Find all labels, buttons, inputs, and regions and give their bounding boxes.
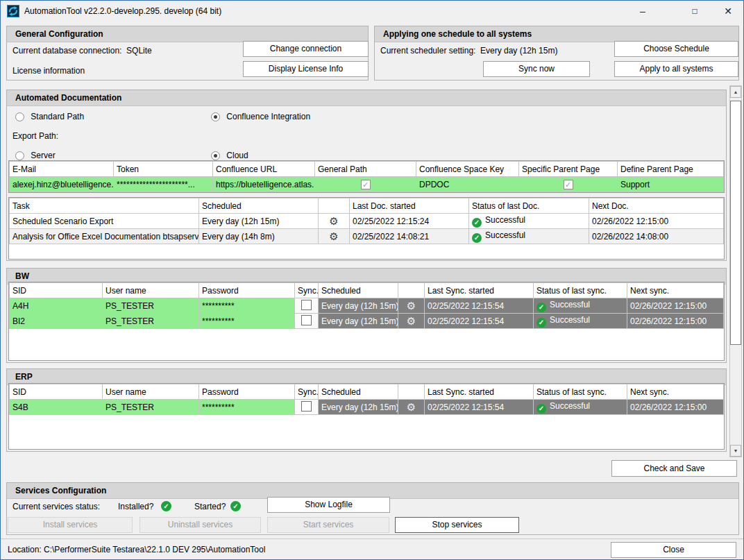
sync-checkbox[interactable] [301,315,312,325]
next-doc-cell[interactable]: 02/26/2022 14:08:00 [589,229,724,244]
scheduled-cell[interactable]: Every day (12h 15m) [319,400,398,415]
col-token[interactable]: Token [114,162,213,177]
sync-cell[interactable] [295,298,319,314]
gear-icon[interactable]: ⚙ [329,230,338,243]
show-logfile-button[interactable]: Show Logfile [267,497,390,513]
gear-icon[interactable]: ⚙ [407,300,416,312]
specific-parent-cell[interactable]: ✓ [519,177,618,192]
col-status-last-doc[interactable]: Status of last Doc. [469,198,589,214]
schedule-gear-cell[interactable]: ⚙ [319,229,350,244]
start-services-button[interactable]: Start services [267,517,389,533]
schedule-gear-cell[interactable]: ⚙ [398,298,425,314]
col-status-last-sync[interactable]: Status of last sync. [534,283,627,298]
sync-cell[interactable] [295,314,319,329]
last-sync-started-cell[interactable]: 02/25/2022 12:15:54 [425,400,534,415]
radio-confluence-integration-icon[interactable] [211,112,220,121]
col-sid[interactable]: SID [10,384,103,400]
col-general-path[interactable]: General Path [315,162,416,177]
status-cell[interactable]: ✓Successful [534,298,627,314]
token-cell[interactable]: **********************... [114,177,213,192]
sync-cell[interactable] [295,400,319,415]
radio-server-icon[interactable] [15,151,24,160]
password-cell[interactable]: ********** [199,314,295,329]
apply-to-all-button[interactable]: Apply to all systems [614,61,738,77]
status-cell[interactable]: ✓Successful [469,229,589,244]
password-cell[interactable]: ********** [199,298,295,314]
next-doc-cell[interactable]: 02/26/2022 12:15:00 [589,214,724,229]
col-space-key[interactable]: Confluence Space Key [416,162,519,177]
radio-standard-path-icon[interactable] [15,112,24,121]
gear-icon[interactable]: ⚙ [407,401,416,414]
bw-row[interactable]: A4H PS_TESTER ********** Every day (12h … [10,298,724,314]
specific-parent-checkbox[interactable]: ✓ [564,180,573,189]
sid-cell[interactable]: BI2 [10,314,103,329]
col-scheduled[interactable]: Scheduled [319,283,398,298]
radio-cloud[interactable]: Cloud [211,151,248,160]
install-services-button[interactable]: Install services [8,517,133,533]
doc-task-row[interactable]: Analysis for Office Excel Documentation … [10,229,724,244]
schedule-gear-cell[interactable]: ⚙ [319,214,350,229]
password-cell[interactable]: ********** [199,400,295,415]
scheduled-cell[interactable]: Every day (12h 15m) [199,214,319,229]
sid-cell[interactable]: S4B [10,400,103,415]
scrollbar-thumb[interactable] [730,101,741,345]
status-cell[interactable]: ✓Successful [469,214,589,229]
last-doc-started-cell[interactable]: 02/25/2022 12:15:24 [350,214,469,229]
radio-server[interactable]: Server [15,151,56,160]
task-cell[interactable]: Analysis for Office Excel Documentation … [10,229,199,244]
col-email[interactable]: E-Mail [10,162,114,177]
status-cell[interactable]: ✓Successful [534,314,627,329]
email-cell[interactable]: alexej.hinz@bluetelligence... [10,177,114,192]
col-sync[interactable]: Sync. [295,283,319,298]
col-scheduled[interactable]: Scheduled [199,198,319,214]
col-next-doc[interactable]: Next Doc. [589,198,724,214]
scheduled-cell[interactable]: Every day (12h 15m) [319,298,398,314]
stop-services-button[interactable]: Stop services [395,517,519,533]
radio-confluence-integration[interactable]: Confluence Integration [211,112,310,121]
choose-schedule-button[interactable]: Choose Schedule [614,41,738,57]
general-path-checkbox[interactable]: ✓ [361,180,371,189]
col-status-last-sync[interactable]: Status of last sync. [534,384,627,400]
next-sync-cell[interactable]: 02/26/2022 12:15:00 [627,314,724,329]
check-and-save-button[interactable]: Check and Save [611,460,737,477]
radio-cloud-icon[interactable] [211,151,220,160]
sid-cell[interactable]: A4H [10,298,103,314]
erp-row[interactable]: S4B PS_TESTER ********** Every day (12h … [10,400,724,415]
status-cell[interactable]: ✓Successful [534,400,627,415]
schedule-gear-cell[interactable]: ⚙ [398,314,425,329]
user-cell[interactable]: PS_TESTER [103,298,199,314]
sync-now-button[interactable]: Sync now [483,61,590,77]
gear-icon[interactable]: ⚙ [407,315,416,328]
maximize-icon[interactable]: □ [679,1,711,22]
scheduled-cell[interactable]: Every day (12h 15m) [319,314,398,329]
col-next-sync[interactable]: Next sync. [627,384,724,400]
user-cell[interactable]: PS_TESTER [103,400,199,415]
col-password[interactable]: Password [199,283,295,298]
sync-checkbox[interactable] [301,401,312,411]
last-sync-started-cell[interactable]: 02/25/2022 12:15:54 [425,314,534,329]
radio-standard-path[interactable]: Standard Path [15,112,84,121]
bw-row[interactable]: BI2 PS_TESTER ********** Every day (12h … [10,314,724,329]
minimize-icon[interactable]: – [627,1,659,22]
confluence-data-row[interactable]: alexej.hinz@bluetelligence... **********… [10,177,724,192]
col-confluence-url[interactable]: Confluence URL [213,162,315,177]
close-button[interactable]: Close [611,542,736,558]
close-icon[interactable]: ✕ [712,1,744,22]
task-cell[interactable]: Scheduled Scenario Export [10,214,199,229]
col-user-name[interactable]: User name [103,283,199,298]
col-task[interactable]: Task [10,198,199,214]
define-parent-cell[interactable]: Support [618,177,724,192]
last-sync-started-cell[interactable]: 02/25/2022 12:15:54 [425,298,534,314]
scroll-down-icon[interactable]: ▼ [730,445,741,457]
next-sync-cell[interactable]: 02/26/2022 12:15:00 [627,298,724,314]
scroll-up-icon[interactable]: ▲ [730,86,741,98]
scheduled-cell[interactable]: Every day (14h 8m) [199,229,319,244]
url-cell[interactable]: https://bluetelligence.atlas... [213,177,315,192]
col-scheduled[interactable]: Scheduled [319,384,398,400]
last-doc-started-cell[interactable]: 02/25/2022 14:08:21 [350,229,469,244]
sync-checkbox[interactable] [301,300,312,310]
col-user-name[interactable]: User name [103,384,199,400]
change-connection-button[interactable]: Change connection [243,41,369,57]
col-password[interactable]: Password [199,384,295,400]
display-license-button[interactable]: Display License Info [243,61,369,77]
